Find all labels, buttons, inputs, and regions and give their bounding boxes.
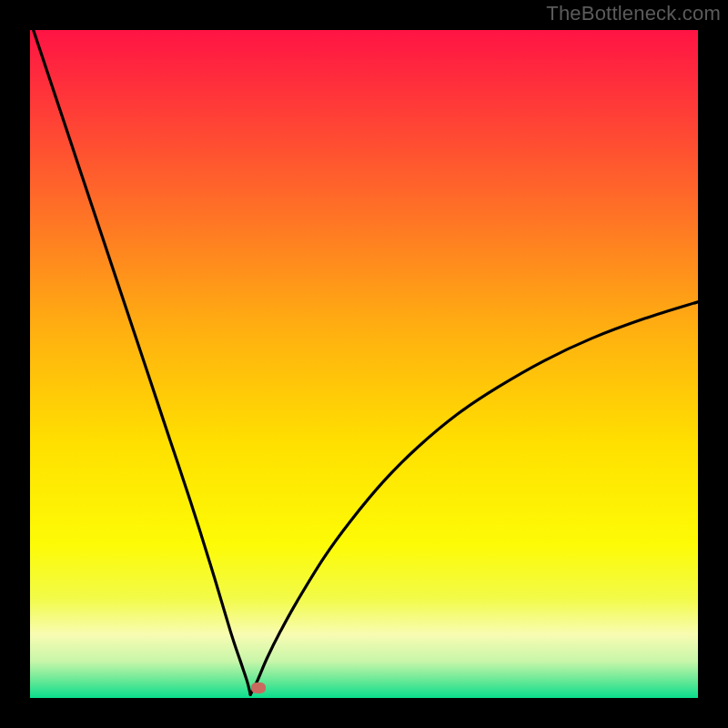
chart-svg <box>30 30 698 698</box>
gradient-background <box>30 30 698 698</box>
minimum-marker <box>251 682 266 693</box>
chart-plot-area <box>30 30 698 698</box>
chart-frame: TheBottleneck.com <box>0 0 728 728</box>
watermark-text: TheBottleneck.com <box>546 2 721 25</box>
